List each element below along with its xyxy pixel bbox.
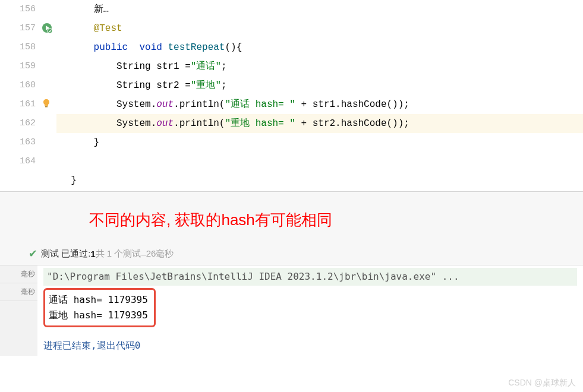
test-result-bar: ✔ 测试 已通过: 1 共 1 个测试 – 26毫秒 xyxy=(0,242,583,265)
tree-time-cell: 毫秒 xyxy=(0,283,37,301)
line-number: 163 xyxy=(0,133,36,152)
console-panel: 毫秒 毫秒 "D:\Program Files\JetBrains\Intell… xyxy=(0,265,583,356)
code-line: 新… xyxy=(59,0,583,19)
line-number: 159 xyxy=(0,57,36,76)
console-output[interactable]: "D:\Program Files\JetBrains\IntelliJ IDE… xyxy=(37,265,583,356)
output-line: 重地 hash= 1179395 xyxy=(49,308,148,323)
annotation: @Test xyxy=(94,23,122,34)
process-finish-line: 进程已结束,退出代码0 xyxy=(43,338,577,353)
test-total-text: 共 1 个测试 xyxy=(96,248,141,260)
line-number: 158 xyxy=(0,38,36,57)
test-dash: – xyxy=(141,249,146,259)
code-line xyxy=(59,152,583,171)
code-line: String str1 ="通话"; xyxy=(59,57,583,76)
highlight-box: 通话 hash= 1179395 重地 hash= 1179395 xyxy=(43,288,156,327)
check-icon: ✔ xyxy=(29,247,37,260)
line-number: 162 xyxy=(0,114,36,133)
line-number: 160 xyxy=(0,76,36,95)
code-line: String str2 ="重地"; xyxy=(59,76,583,95)
user-annotation: 不同的内容, 获取的hash有可能相同 xyxy=(0,192,583,242)
test-time: 26毫秒 xyxy=(146,248,174,260)
code-line: @Test xyxy=(59,19,583,38)
test-tree-sidebar[interactable]: 毫秒 毫秒 xyxy=(0,265,37,356)
tree-time-cell: 毫秒 xyxy=(0,265,37,283)
line-number: 161 xyxy=(0,95,36,114)
code-line: public void testRepeat(){ xyxy=(59,38,583,57)
line-number: 156 xyxy=(0,0,36,19)
test-status-text: 测试 已通过: xyxy=(41,248,90,260)
lightbulb-icon[interactable] xyxy=(42,99,52,109)
svg-point-1 xyxy=(48,29,52,33)
line-number: 164 xyxy=(0,152,36,171)
command-line: "D:\Program Files\JetBrains\IntelliJ IDE… xyxy=(43,268,577,286)
test-passed-count: 1 xyxy=(90,249,95,259)
output-line: 通话 hash= 1179395 xyxy=(49,292,148,308)
code-line: System.out.println("通话 hash= " + str1.ha… xyxy=(59,95,583,114)
line-gutter: 156 157 158 159 160 161 xyxy=(0,0,56,190)
code-line: } xyxy=(59,171,583,190)
code-line-highlighted: System.out.println("重地 hash= " + str2.ha… xyxy=(56,114,583,133)
editor-area: 156 157 158 159 160 161 xyxy=(0,0,583,190)
svg-rect-2 xyxy=(45,106,48,108)
line-number: 157 xyxy=(0,19,36,38)
watermark: CSDN @桌球新人 xyxy=(508,378,576,388)
code-content[interactable]: 新… @Test public void testRepeat(){ Strin… xyxy=(56,0,583,190)
run-test-icon[interactable] xyxy=(42,23,52,33)
code-line: } xyxy=(59,133,583,152)
